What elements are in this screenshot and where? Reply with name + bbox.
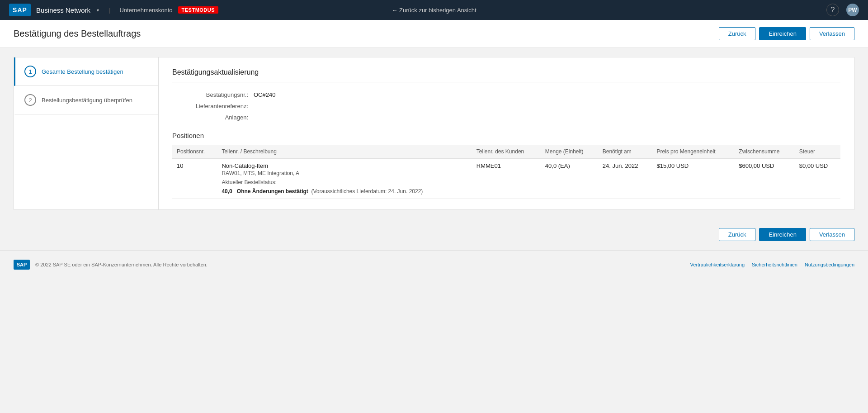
footer-links: Vertraulichkeitserklärung Sicherheitsric… [690,262,854,267]
footer-copyright: © 2022 SAP SE oder ein SAP-Konzernuntern… [35,262,208,267]
bestaetigungsnr-row: Bestätigungsnr.: OC#240 [172,91,840,98]
cell-teilenr-kunde: RMME01 [472,159,541,199]
help-button[interactable]: ? [826,4,839,16]
anlagen-row: Anlagen: [172,114,840,121]
nav-left: SAP Business Network ▾ | Unternehmenskon… [9,4,218,16]
col-steuer: Steuer [795,145,840,159]
cell-menge: 40,0 (EA) [541,159,598,199]
status-qty: 40,0 [222,188,232,195]
status-detail-row: 40,0 Ohne Änderungen bestätigt (Voraussi… [222,188,467,195]
status-date-value: (Voraussichtliches Lieferdatum: 24. Jun.… [311,188,423,195]
status-row: Aktueller Bestellstatus: [222,179,467,185]
positions-title: Positionen [172,132,840,139]
bestaetigungsnr-value: OC#240 [254,91,275,98]
cell-teilenr-desc: Non-Catalog-Item RAW01, MTS, ME Integrat… [217,159,472,199]
status-label: Aktueller Bestellstatus: [222,179,276,185]
bestaetigungsnr-label: Bestätigungsnr.: [172,91,254,98]
submit-button-top[interactable]: Einreichen [759,27,806,40]
sap-logo: SAP [9,4,31,16]
footer-link-terms[interactable]: Nutzungsbedingungen [805,262,854,267]
col-menge: Menge (Einheit) [541,145,598,159]
section-title: Bestätigungsaktualisierung [172,68,840,82]
cell-zwischensumme: $600,00 USD [734,159,794,199]
step-2-number: 2 [24,94,36,106]
header-actions: Zurück Einreichen Verlassen [719,27,854,40]
top-navigation: SAP Business Network ▾ | Unternehmenskon… [0,0,868,20]
step-1-label: Gesamte Bestellung bestätigen [42,68,123,75]
cell-steuer: $0,00 USD [795,159,840,199]
positions-table: Positionsnr. Teilenr. / Beschreibung Tei… [172,145,840,199]
submit-button-bottom[interactable]: Einreichen [759,228,806,241]
cell-benoetigt-am: 24. Jun. 2022 [598,159,652,199]
table-header-row: Positionsnr. Teilenr. / Beschreibung Tei… [172,145,840,159]
step-2[interactable]: 2 Bestellungsbestätigung überprüfen [14,86,158,114]
testmodus-badge: TESTMODUS [178,6,219,14]
col-zwischensumme: Zwischensumme [734,145,794,159]
nav-right: ? PW [826,4,859,16]
steps-sidebar: 1 Gesamte Bestellung bestätigen 2 Bestel… [14,57,158,210]
footer-link-security[interactable]: Sicherheitsrichtlinien [752,262,797,267]
footer-left: SAP © 2022 SAP SE oder ein SAP-Konzernun… [14,260,208,270]
leave-button-bottom[interactable]: Verlassen [810,228,854,241]
app-title-dropdown[interactable]: ▾ [96,7,100,14]
footer: SAP © 2022 SAP SE oder ein SAP-Konzernun… [0,250,868,279]
back-button-top[interactable]: Zurück [719,27,756,40]
step-1-number: 1 [24,66,36,77]
col-positionsnr: Positionsnr. [172,145,217,159]
item-subdescription: RAW01, MTS, ME Integration, A [222,170,467,176]
col-teilenr-kunde: Teilenr. des Kunden [472,145,541,159]
leave-button-top[interactable]: Verlassen [810,27,854,40]
status-text: Ohne Änderungen bestätigt [237,188,308,195]
user-avatar[interactable]: PW [846,4,859,16]
main-panel: Bestätigungsaktualisierung Bestätigungsn… [158,57,854,210]
app-title: Business Network [36,6,90,14]
lieferantenreferenz-label: Lieferantenreferenz: [172,103,254,109]
account-label: Unternehmenskonto [119,7,172,14]
nav-center: ← Zurück zur bisherigen Ansicht [392,7,476,14]
positions-section: Positionen Positionsnr. Teilenr. / Besch… [172,132,840,199]
anlagen-label: Anlagen: [172,114,254,121]
lieferantenreferenz-row: Lieferantenreferenz: [172,103,840,109]
table-row: 10 Non-Catalog-Item RAW01, MTS, ME Integ… [172,159,840,199]
footer-sap-logo: SAP [14,260,30,270]
step-1[interactable]: 1 Gesamte Bestellung bestätigen [14,57,158,86]
step-2-label: Bestellungsbestätigung überprüfen [42,97,132,104]
cell-preis: $15,00 USD [652,159,734,199]
item-description: Non-Catalog-Item [222,162,467,169]
col-preis: Preis pro Mengeneinheit [652,145,734,159]
page-header: Bestätigung des Bestellauftrags Zurück E… [0,20,868,48]
nav-separator: | [109,7,110,14]
bottom-actions: Zurück Einreichen Verlassen [0,219,868,250]
main-content: 1 Gesamte Bestellung bestätigen 2 Bestel… [0,48,868,219]
back-to-previous-view-button[interactable]: ← Zurück zur bisherigen Ansicht [392,7,476,14]
col-benoetigt-am: Benötigt am [598,145,652,159]
back-button-bottom[interactable]: Zurück [719,228,756,241]
footer-link-privacy[interactable]: Vertraulichkeitserklärung [690,262,745,267]
col-teilenr-desc: Teilenr. / Beschreibung [217,145,472,159]
page-title: Bestätigung des Bestellauftrags [14,28,141,39]
cell-positionsnr: 10 [172,159,217,199]
